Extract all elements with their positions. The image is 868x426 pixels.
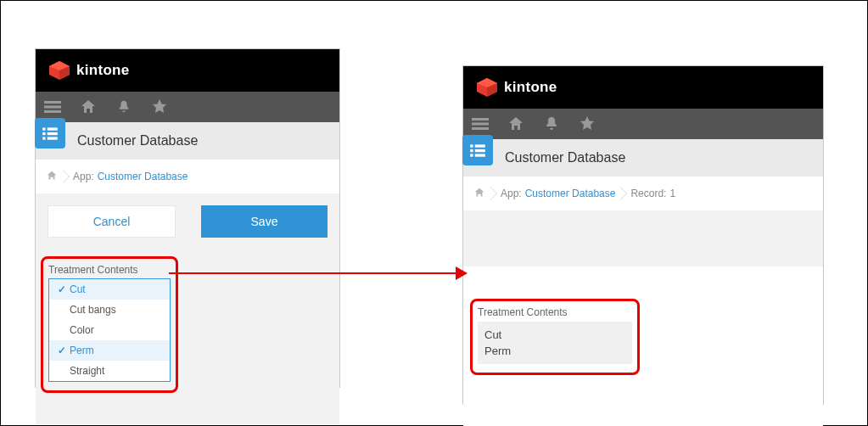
breadcrumb-record: Record: 1: [625, 188, 680, 199]
view-screen: kintone Customer Database App: Customer …: [462, 65, 824, 405]
svg-rect-3: [44, 101, 61, 104]
figure-frame: kintone Customer Database App: Customer …: [0, 0, 868, 426]
kintone-logo: kintone: [477, 78, 557, 97]
app-title: Customer Database: [505, 150, 625, 165]
flow-arrow: [169, 272, 466, 274]
kintone-logo: kintone: [49, 61, 130, 80]
app-title-bar: Customer Database: [463, 139, 823, 177]
form-buttons: Cancel Save: [36, 193, 339, 255]
bell-icon[interactable]: [543, 115, 560, 132]
home-icon[interactable]: [80, 98, 97, 115]
multiselect-option[interactable]: ✓Cut bangs: [49, 300, 170, 320]
svg-rect-4: [44, 106, 61, 109]
app-title: Customer Database: [77, 133, 198, 149]
cancel-button[interactable]: Cancel: [48, 205, 176, 238]
multiselect-option[interactable]: ✓Color: [49, 320, 170, 340]
svg-rect-9: [48, 132, 58, 135]
breadcrumb: App: Customer Database Record: 1: [463, 177, 823, 210]
breadcrumb-home[interactable]: [468, 187, 490, 201]
global-toolbar: [36, 92, 339, 122]
bell-icon[interactable]: [115, 98, 132, 115]
save-button[interactable]: Save: [201, 205, 328, 238]
svg-rect-16: [472, 123, 489, 126]
breadcrumb-app[interactable]: App: Customer Database: [68, 171, 193, 182]
menu-icon[interactable]: [44, 98, 61, 115]
svg-rect-5: [44, 110, 61, 113]
svg-rect-20: [470, 149, 473, 152]
svg-rect-7: [48, 127, 58, 130]
brand-name: kintone: [504, 79, 557, 96]
kintone-cube-icon: [477, 78, 497, 97]
svg-rect-19: [475, 144, 485, 147]
multiselect-listbox[interactable]: ✓Cut✓Cut bangs✓Color✓Perm✓Straight: [48, 278, 171, 382]
breadcrumb: App: Customer Database: [36, 160, 339, 193]
svg-rect-15: [472, 118, 489, 121]
readonly-value: Perm: [484, 343, 625, 359]
kintone-cube-icon: [49, 61, 70, 80]
menu-icon[interactable]: [472, 115, 489, 132]
multiselect-option[interactable]: ✓Perm: [49, 340, 170, 361]
record-body-blank: [463, 210, 823, 266]
svg-rect-18: [470, 144, 473, 147]
global-toolbar: [463, 109, 823, 139]
brand-name: kintone: [76, 62, 130, 79]
brand-bar: kintone: [463, 66, 823, 109]
list-icon: [35, 118, 65, 149]
star-icon[interactable]: [151, 98, 168, 115]
multiselect-option[interactable]: ✓Cut: [49, 279, 170, 300]
multiselect-option[interactable]: ✓Straight: [49, 361, 170, 381]
svg-rect-21: [475, 149, 485, 152]
svg-rect-10: [42, 137, 45, 139]
brand-bar: kintone: [36, 49, 339, 92]
breadcrumb-app[interactable]: App: Customer Database: [496, 188, 620, 199]
home-icon[interactable]: [507, 115, 524, 132]
treatment-field-edit-highlight: Treatment Contents ✓Cut✓Cut bangs✓Color✓…: [41, 256, 178, 393]
readonly-values: CutPerm: [478, 322, 632, 364]
svg-rect-8: [42, 132, 45, 135]
treatment-field-view-highlight: Treatment Contents CutPerm: [470, 299, 640, 375]
svg-rect-17: [472, 127, 489, 130]
star-icon[interactable]: [579, 115, 596, 132]
breadcrumb-home[interactable]: [41, 170, 63, 184]
app-title-bar: Customer Database: [36, 122, 339, 160]
svg-rect-6: [42, 127, 45, 130]
field-label: Treatment Contents: [48, 264, 171, 276]
list-icon: [462, 135, 493, 165]
field-label: Treatment Contents: [478, 306, 632, 318]
edit-screen: kintone Customer Database App: Customer …: [35, 48, 340, 388]
svg-rect-23: [475, 154, 485, 156]
readonly-value: Cut: [484, 327, 625, 343]
svg-rect-11: [48, 137, 58, 139]
svg-rect-22: [470, 154, 473, 156]
